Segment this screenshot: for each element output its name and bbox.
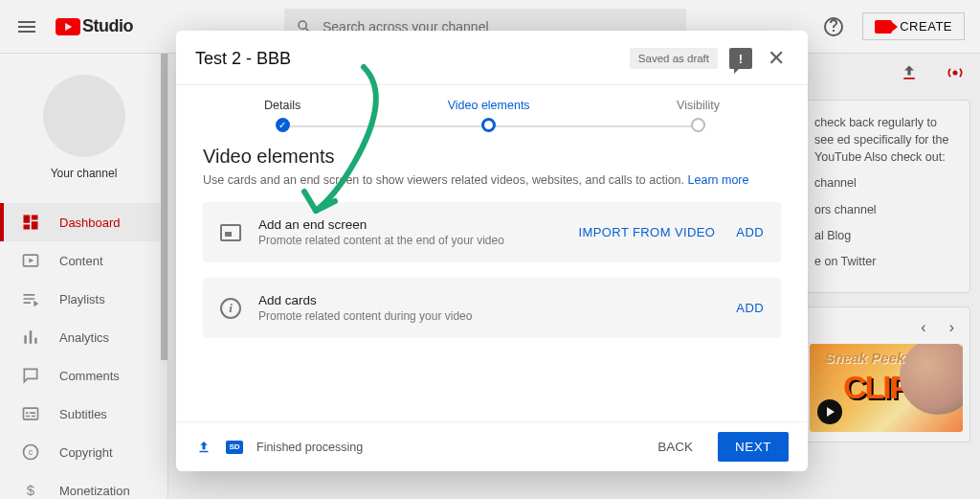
card-subtitle: Promote related content during your vide… — [258, 309, 719, 323]
add-cards-button[interactable]: ADD — [736, 301, 764, 315]
step-done-icon — [276, 118, 290, 132]
step-video-elements[interactable]: Video elements — [448, 99, 530, 132]
card-title: Add an end screen — [258, 217, 562, 232]
step-pending-icon — [691, 118, 705, 132]
modal-overlay: Test 2 - BBB Saved as draft ✕ Details Vi… — [0, 0, 980, 499]
upload-status-icon — [195, 439, 212, 456]
next-button[interactable]: NEXT — [718, 432, 789, 462]
step-details[interactable]: Details — [264, 99, 301, 132]
feedback-icon[interactable] — [729, 48, 752, 69]
back-button[interactable]: BACK — [646, 432, 704, 462]
learn-more-link[interactable]: Learn more — [688, 173, 749, 187]
hd-badge: SD — [226, 441, 243, 454]
section-title: Video elements — [203, 146, 781, 168]
section-subtitle: Use cards and an end screen to show view… — [203, 173, 781, 187]
section-sub-text: Use cards and an end screen to show view… — [203, 173, 688, 187]
card-title: Add cards — [258, 293, 719, 307]
step-label: Visibility — [677, 99, 720, 112]
cards-card: Add cards Promote related content during… — [203, 278, 781, 338]
import-from-video-button[interactable]: IMPORT FROM VIDEO — [579, 225, 716, 239]
end-screen-card: Add an end screen Promote related conten… — [203, 202, 781, 262]
video-edit-dialog: Test 2 - BBB Saved as draft ✕ Details Vi… — [176, 31, 808, 471]
step-label: Video elements — [448, 99, 530, 112]
svg-rect-8 — [200, 450, 209, 452]
close-icon[interactable]: ✕ — [764, 46, 789, 71]
card-subtitle: Promote related content at the end of yo… — [258, 234, 562, 247]
stepper: Details Video elements Visibility — [176, 85, 808, 136]
info-icon — [220, 298, 241, 319]
end-screen-icon — [220, 224, 241, 241]
dialog-title: Test 2 - BBB — [195, 49, 618, 69]
saved-as-draft-chip: Saved as draft — [630, 48, 718, 69]
step-visibility[interactable]: Visibility — [677, 99, 720, 132]
add-end-screen-button[interactable]: ADD — [736, 225, 764, 239]
processing-status: Finished processing — [256, 441, 363, 454]
step-current-icon — [481, 118, 496, 132]
step-label: Details — [264, 99, 301, 112]
